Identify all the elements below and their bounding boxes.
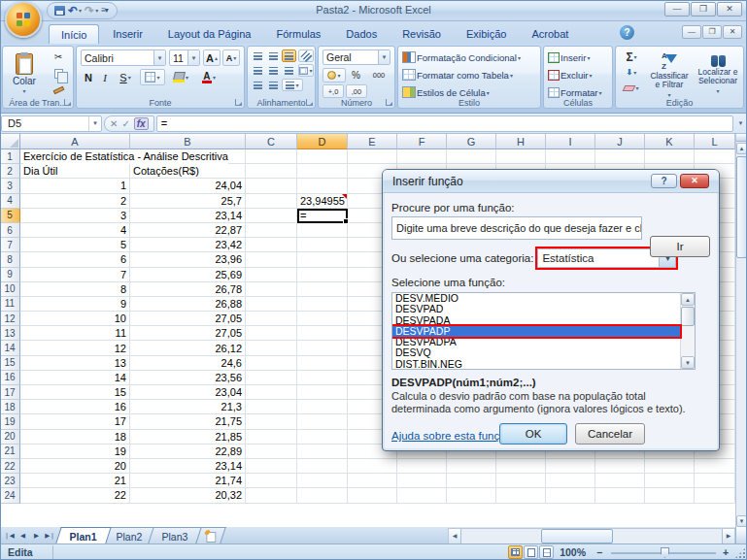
cell-A10[interactable]: 8 [20,282,130,297]
cell-E1[interactable] [348,149,397,164]
row-header-15[interactable]: 15 [0,356,20,371]
cell-B24[interactable]: 20,32 [130,488,246,503]
insert-function-icon[interactable]: fx [134,117,149,130]
cell-J22[interactable] [595,459,645,474]
cell-B8[interactable]: 23,96 [130,252,246,267]
cell-L22[interactable] [695,459,735,474]
vertical-scrollbar[interactable]: ▲ ▼ [735,134,747,527]
cell-B3[interactable]: 24,04 [130,179,246,193]
cell-A8[interactable]: 6 [20,252,130,267]
cell-A20[interactable]: 18 [20,430,130,445]
ribbon-tab-acrobat[interactable]: Acrobat [520,24,580,44]
scroll-right-icon[interactable]: ▶ [722,529,734,544]
shrink-font-button[interactable]: A▾ [222,49,240,66]
decrease-indent-button[interactable] [251,79,265,91]
wrap-text-button[interactable]: ▾ [282,79,303,91]
underline-button[interactable]: S▾ [114,69,137,85]
cell-C11[interactable] [246,297,297,312]
row-header-4[interactable]: 4 [0,194,20,209]
alignment-dialog-launcher[interactable] [306,99,313,106]
row-header-13[interactable]: 13 [0,326,20,341]
row-header-23[interactable]: 23 [0,474,20,488]
cell-A24[interactable]: 22 [20,488,130,503]
delete-cells-button[interactable]: Excluir ▾ [547,67,611,82]
sheet-tab-plan3[interactable]: Plan3 [148,527,202,544]
previous-sheet-icon[interactable]: ◀ [17,529,29,542]
zoom-in-icon[interactable]: + [720,546,731,558]
ribbon-tab-revisao[interactable]: Revisão [390,24,453,44]
cell-A18[interactable]: 16 [20,400,130,414]
dialog-help-icon[interactable]: ? [651,174,677,188]
clear-button[interactable]: ▾ [620,81,643,95]
align-bottom-button[interactable] [282,49,296,62]
cell-H22[interactable] [496,459,546,474]
copy-button[interactable] [46,66,71,81]
cell-D10[interactable] [297,282,348,297]
normal-view-button[interactable] [508,545,523,559]
cell-F23[interactable] [397,474,447,488]
cell-K23[interactable] [645,474,695,488]
cell-A23[interactable]: 21 [20,474,130,488]
cell-A12[interactable]: 10 [20,312,130,326]
cell-B4[interactable]: 25,7 [130,194,246,209]
scroll-down-icon[interactable]: ▼ [681,356,695,369]
cell-L24[interactable] [695,488,735,503]
cell-H24[interactable] [496,488,546,503]
row-header-1[interactable]: 1 [0,149,20,164]
cell-B10[interactable]: 26,78 [130,282,246,297]
orientation-button[interactable] [298,49,314,62]
cell-K24[interactable] [645,488,695,503]
fill-button[interactable]: ⬇▾ [620,65,643,80]
cell-J23[interactable] [595,474,645,488]
cell-B11[interactable]: 26,88 [130,297,246,312]
go-button[interactable]: Ir [650,236,710,257]
horizontal-scrollbar[interactable]: ◀ ▶ [448,528,735,544]
scroll-left-icon[interactable]: ◀ [449,529,461,544]
cell-D13[interactable] [297,326,348,341]
row-header-20[interactable]: 20 [0,430,20,445]
cell-C6[interactable] [246,223,297,238]
number-dialog-launcher[interactable] [386,99,392,106]
horizontal-scroll-thumb[interactable] [541,529,613,544]
cell-A5[interactable]: 3 [20,209,130,223]
cell-C5[interactable] [246,209,297,223]
insert-cells-button[interactable]: Inserir ▾ [547,49,611,65]
col-header-G[interactable]: G [447,134,496,149]
first-sheet-icon[interactable]: ❘◀ [3,529,16,542]
row-header-8[interactable]: 8 [0,252,20,267]
decrease-decimal-button[interactable]: ,00 [346,84,367,98]
cell-B17[interactable]: 23,04 [130,385,246,400]
merge-center-button[interactable]: ▾ [298,64,314,77]
sort-filter-button[interactable]: AZ Classificar e Filtrar ▾ [646,49,693,100]
col-header-L[interactable]: L [695,134,735,149]
zoom-level[interactable]: 100% [560,546,586,558]
cell-C21[interactable] [246,445,297,459]
format-painter-button[interactable] [46,82,71,97]
help-on-function-link[interactable]: Ajuda sobre esta função [391,430,512,442]
cell-C13[interactable] [246,326,297,341]
row-header-22[interactable]: 22 [0,459,20,474]
cell-J24[interactable] [595,488,645,503]
workbook-close-button[interactable]: ✕ [723,25,742,39]
col-header-K[interactable]: K [645,134,695,149]
align-top-button[interactable] [251,49,265,62]
row-header-9[interactable]: 9 [0,268,20,282]
cell-B14[interactable]: 26,12 [130,341,246,355]
cell-B2[interactable]: Cotações(R$) [130,164,246,179]
cell-C10[interactable] [246,282,297,297]
col-header-A[interactable]: A [20,134,130,149]
font-name-combo[interactable]: Calibri▼ [81,49,166,66]
list-scroll-thumb[interactable] [681,307,695,326]
increase-decimal-button[interactable]: +,0 [323,84,344,98]
cell-I24[interactable] [546,488,595,503]
cell-I1[interactable] [546,149,595,164]
col-header-I[interactable]: I [546,134,595,149]
cell-C22[interactable] [246,459,297,474]
col-header-H[interactable]: H [496,134,546,149]
bold-button[interactable]: N [81,69,96,85]
cell-D11[interactable] [297,297,348,312]
row-header-11[interactable]: 11 [0,297,20,312]
cell-D4[interactable]: 23,94955 [297,194,348,209]
accounting-format-button[interactable]: ▾ [323,68,346,82]
row-header-14[interactable]: 14 [0,341,20,355]
